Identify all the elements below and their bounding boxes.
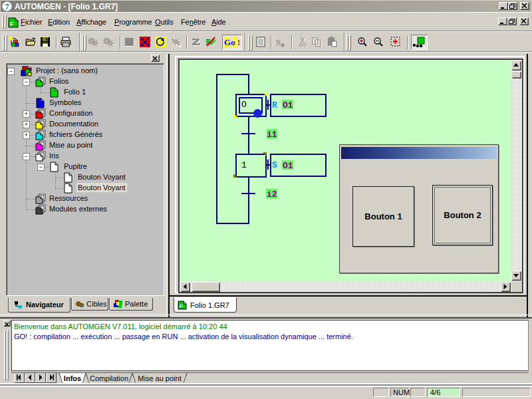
svg-text:7: 7 — [5, 2, 9, 11]
svg-text:F: F — [10, 21, 14, 27]
svg-text:F: F — [180, 303, 183, 309]
svg-text:S: S — [276, 37, 281, 47]
